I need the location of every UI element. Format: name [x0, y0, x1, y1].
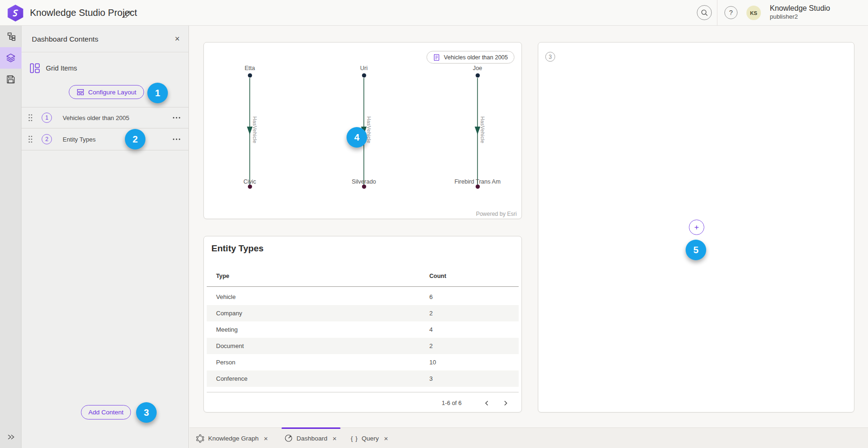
annotation-badge-2: 2	[125, 129, 145, 149]
cell-count: 6	[429, 289, 433, 305]
rail-item-data-model[interactable]	[0, 26, 22, 47]
graph-node-dot[interactable]	[476, 73, 480, 78]
column-header-count: Count	[429, 273, 446, 279]
graph-node-dot[interactable]	[362, 73, 366, 78]
graph-edge-group: Uri HasVehicle Silverado	[336, 65, 392, 192]
tab-dashboard[interactable]: Dashboard ×	[284, 428, 337, 448]
node-label: Silverado	[336, 178, 392, 185]
node-label: Civic	[222, 178, 278, 185]
configure-layout-label: Configure Layout	[88, 89, 137, 96]
table-row[interactable]: Company 2	[207, 305, 519, 321]
previous-page-button[interactable]	[480, 397, 493, 410]
close-tab-icon[interactable]: ×	[264, 434, 268, 442]
graph-node-dot[interactable]	[248, 185, 252, 189]
graph-node-dot[interactable]	[362, 185, 366, 189]
cell-type: Person	[216, 354, 235, 370]
tab-label: Dashboard	[297, 435, 327, 442]
pencil-icon	[123, 9, 131, 18]
graph-node-dot[interactable]	[248, 73, 252, 78]
empty-grid-slot: 3 +	[538, 42, 854, 412]
drag-handle-icon[interactable]	[28, 114, 33, 122]
table-pagination: 1-6 of 6	[442, 396, 512, 411]
item-label: Vehicles older than 2005	[63, 107, 129, 128]
grid-items-section: Grid Items	[22, 58, 188, 78]
grid-item-row-2[interactable]: 2 Entity Types	[22, 128, 188, 150]
item-options-button[interactable]	[171, 134, 182, 145]
dashboard-canvas: Vehicles older than 2005 Etta HasVehicle…	[189, 26, 868, 427]
node-label: Uri	[336, 65, 392, 71]
next-page-button[interactable]	[499, 397, 512, 410]
cell-count: 3	[429, 370, 433, 387]
configure-grid-icon	[77, 88, 84, 96]
edge-label: HasVehicle	[480, 116, 485, 143]
esri-attribution: Powered by Esri	[476, 211, 517, 217]
annotation-badge-5: 5	[686, 240, 706, 260]
cell-type: Conference	[216, 370, 247, 387]
grid-layout-icon	[29, 63, 40, 74]
search-button[interactable]	[697, 5, 712, 20]
close-tab-icon[interactable]: ×	[384, 434, 388, 442]
cell-type: Vehicle	[216, 289, 236, 305]
cell-count: 4	[429, 321, 433, 338]
view-tab-bar: Knowledge Graph × Dashboard × { } Query …	[189, 427, 868, 448]
add-content-button[interactable]: Add Content	[81, 405, 131, 420]
graph-node-dot[interactable]	[476, 185, 480, 189]
user-name: Knowledge Studio	[770, 4, 830, 13]
table-footer-divider	[207, 392, 519, 392]
app-header: Knowledge Studio Project ? KS Know	[0, 0, 868, 26]
annotation-badge-3: 3	[136, 402, 157, 423]
user-menu[interactable]: Knowledge Studio publisher2	[770, 4, 830, 21]
table-row[interactable]: Person 10	[207, 354, 519, 370]
cell-type: Company	[216, 305, 242, 321]
graph-edge-group: Etta HasVehicle Civic	[222, 65, 278, 192]
item-number-badge: 2	[42, 134, 52, 144]
plus-icon: +	[694, 223, 699, 232]
drag-handle-icon[interactable]	[28, 135, 33, 143]
add-content-label: Add Content	[88, 409, 123, 416]
entity-types-widget: Entity Types Type Count Vehicle 6 Compan…	[203, 236, 522, 412]
rail-item-save[interactable]	[0, 69, 22, 90]
tab-query[interactable]: { } Query ×	[351, 428, 388, 448]
table-row[interactable]: Document 2	[207, 338, 519, 354]
graph-edge-group: Joe HasVehicle Firebird Trans Am	[449, 65, 506, 192]
column-header-type: Type	[216, 273, 229, 279]
avatar-initials: KS	[750, 10, 757, 16]
panel-title: Dashboard Contents	[32, 26, 98, 52]
item-options-button[interactable]	[171, 112, 182, 123]
expand-rail-button[interactable]	[0, 429, 22, 444]
cell-count: 2	[429, 338, 433, 354]
double-chevron-right-icon	[7, 434, 15, 441]
layers-icon	[6, 53, 16, 63]
table-row[interactable]: Vehicle 6	[207, 289, 519, 305]
close-tab-icon[interactable]: ×	[333, 434, 337, 442]
tab-knowledge-graph[interactable]: Knowledge Graph ×	[196, 428, 268, 448]
pagination-label: 1-6 of 6	[442, 400, 462, 406]
search-icon	[701, 9, 709, 17]
query-chip[interactable]: Vehicles older than 2005	[427, 51, 514, 64]
user-role: publisher2	[770, 13, 830, 21]
chevron-right-icon	[502, 400, 509, 406]
close-panel-button[interactable]: ×	[171, 32, 184, 45]
configure-layout-button[interactable]: Configure Layout	[69, 85, 144, 99]
ellipsis-icon	[173, 117, 181, 119]
table-row[interactable]: Meeting 4	[207, 321, 519, 338]
edit-title-button[interactable]	[121, 7, 133, 19]
cell-count: 10	[429, 354, 436, 370]
user-avatar[interactable]: KS	[746, 6, 761, 20]
node-label: Etta	[222, 65, 278, 71]
gauge-icon	[284, 434, 293, 442]
rail-item-contents[interactable]	[0, 47, 22, 69]
help-button[interactable]: ?	[724, 6, 738, 19]
table-row[interactable]: Conference 3	[207, 370, 519, 387]
annotation-badge-1: 1	[147, 83, 168, 103]
grid-item-row-1[interactable]: 1 Vehicles older than 2005	[22, 107, 188, 128]
header-divider	[717, 0, 717, 26]
document-icon	[433, 54, 440, 61]
panel-header: Dashboard Contents ×	[22, 26, 188, 52]
save-icon	[6, 75, 15, 84]
add-widget-button[interactable]: +	[689, 220, 704, 235]
item-number-badge: 1	[42, 113, 52, 123]
tab-label: Knowledge Graph	[208, 435, 259, 442]
chevron-left-icon	[484, 400, 490, 406]
annotation-badge-4: 4	[347, 127, 367, 148]
